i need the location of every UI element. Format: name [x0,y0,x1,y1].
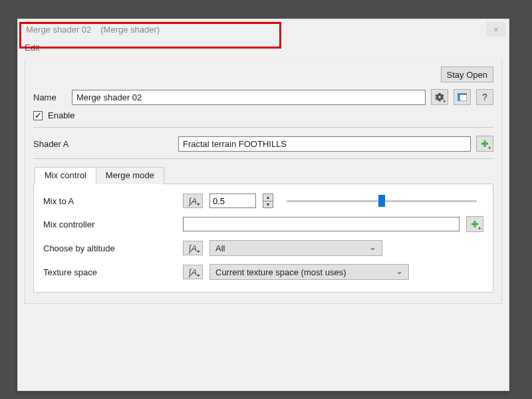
texture-space-label: Texture space [43,267,176,277]
spinner-up-icon[interactable]: ▲ [263,194,273,201]
preview-icon [458,93,467,101]
close-icon: × [493,25,499,35]
divider [33,127,493,128]
dropdown-arrow-icon: ▸ [444,98,446,104]
plus-icon [471,220,479,228]
gear-icon [435,92,444,102]
name-input[interactable] [72,90,426,105]
mix-to-a-label: Mix to A [43,196,176,206]
help-button[interactable]: ? [476,89,493,105]
tab-pane-mix-control: Mix to A ∫A ▲ ▼ Mix controller [33,184,493,293]
dropdown-arrow-icon: ▸ [489,145,491,150]
spinner-down-icon[interactable]: ▼ [263,201,273,208]
slider-track [287,200,477,202]
title-node-type: (Merge shader) [100,25,160,35]
function-icon: ∫A [189,243,197,253]
shader-a-row: Shader A ▸ [33,136,493,152]
divider [33,158,493,159]
mix-controller-add-button[interactable]: ▸ [466,216,483,232]
checkmark-icon: ✓ [35,111,42,120]
name-label: Name [33,92,66,102]
plus-icon [481,140,489,148]
shader-a-label: Shader A [33,139,173,149]
top-row: Stay Open [33,66,493,82]
mix-to-a-slider[interactable] [280,194,483,208]
row-texture-space: Texture space ∫A Current texture space (… [43,264,483,280]
texture-space-function-button[interactable]: ∫A [183,265,203,279]
menubar: Edit [18,39,509,55]
mix-controller-input[interactable] [183,217,460,231]
stay-open-button[interactable]: Stay Open [441,66,493,82]
shader-a-add-button[interactable]: ▸ [476,136,493,152]
function-icon: ∫A [189,267,197,277]
title-node-name: Merge shader 02 [26,25,91,35]
preview-button[interactable] [454,89,471,105]
tab-merge-mode[interactable]: Merge mode [96,167,164,184]
menu-edit[interactable]: Edit [25,43,39,53]
window: Merge shader 02 (Merge shader) × Edit St… [17,19,509,391]
enable-label: Enable [48,110,74,120]
altitude-value: All [215,243,225,253]
altitude-function-button[interactable]: ∫A [183,241,203,255]
mix-to-a-function-button[interactable]: ∫A [183,194,203,208]
slider-thumb[interactable] [378,195,385,207]
mix-to-a-input[interactable] [209,194,256,208]
texture-space-value: Current texture space (most uses) [215,267,346,277]
function-icon: ∫A [189,196,197,206]
altitude-label: Choose by altitude [43,243,176,253]
svg-rect-1 [460,94,467,101]
texture-space-select[interactable]: Current texture space (most uses) [209,264,409,280]
enable-row: ✓ Enable [33,110,493,120]
enable-checkbox[interactable]: ✓ [33,111,43,120]
settings-button[interactable]: ▸ [431,89,448,105]
svg-rect-6 [471,223,478,225]
main-panel: Stay Open Name ▸ ? [25,59,502,304]
dropdown-arrow-icon: ▸ [479,225,481,231]
mix-to-a-spinner[interactable]: ▲ ▼ [263,194,273,208]
row-altitude: Choose by altitude ∫A All [43,240,483,256]
name-row: Name ▸ ? [33,89,493,105]
row-mix-to-a: Mix to A ∫A ▲ ▼ [43,194,483,208]
mix-controller-label: Mix controller [43,219,176,229]
svg-rect-4 [481,143,488,145]
tabs: Mix control Merge mode [35,167,493,184]
tab-mix-control[interactable]: Mix control [35,167,96,184]
titlebar: Merge shader 02 (Merge shader) × [18,19,509,39]
help-icon: ? [482,92,487,102]
close-button[interactable]: × [486,22,506,37]
altitude-select[interactable]: All [209,240,382,256]
row-mix-controller: Mix controller ▸ [43,216,483,232]
shader-a-input[interactable] [178,136,471,152]
